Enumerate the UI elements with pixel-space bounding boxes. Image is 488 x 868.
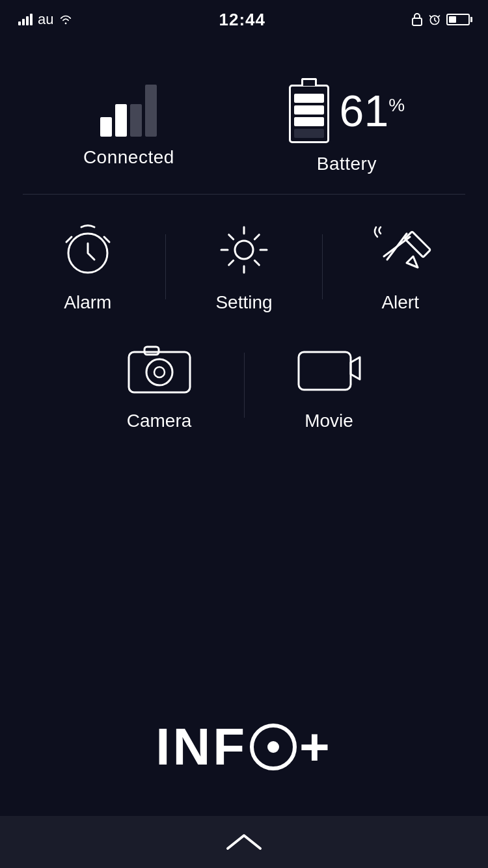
svg-rect-5 xyxy=(129,352,190,392)
lock-icon xyxy=(411,12,423,27)
battery-percent-display: 61 % xyxy=(340,88,405,133)
menu-item-alert[interactable]: Alert xyxy=(355,221,446,313)
movie-label: Movie xyxy=(305,411,353,431)
brand-text-after: + xyxy=(299,717,332,777)
home-indicator xyxy=(0,816,488,868)
carrier-label: au xyxy=(38,11,53,28)
signal-bars-icon xyxy=(18,14,33,25)
status-widgets: Connected 61 xyxy=(0,78,488,174)
wifi-icon xyxy=(59,14,73,25)
menu-item-alarm[interactable]: Alarm xyxy=(42,221,133,313)
connected-widget: Connected xyxy=(83,85,174,168)
battery-display: 61 % xyxy=(289,78,405,143)
status-bar: au 12:44 xyxy=(0,0,488,39)
menu-row-1: Alarm Setting xyxy=(26,221,462,313)
status-right xyxy=(411,12,470,27)
status-left: au xyxy=(18,11,73,28)
menu-row-2: Camera Movie xyxy=(26,339,462,431)
alert-icon xyxy=(371,221,429,279)
battery-percent-symbol: % xyxy=(388,95,405,116)
battery-big-icon xyxy=(289,85,329,143)
svg-rect-0 xyxy=(413,18,422,25)
signal-big-icon xyxy=(100,85,157,137)
alert-label: Alert xyxy=(381,292,419,313)
divider-horizontal xyxy=(23,194,465,195)
brand-circle-o xyxy=(250,724,297,770)
connected-label: Connected xyxy=(83,147,174,168)
alarm-icon xyxy=(59,221,117,279)
battery-percent-value: 61 xyxy=(340,88,389,133)
camera-label: Camera xyxy=(127,411,192,431)
main-content: Connected 61 xyxy=(0,39,488,816)
divider-v-3 xyxy=(244,353,245,418)
alarm-clock-status-icon xyxy=(428,13,441,26)
menu-section: Alarm Setting xyxy=(0,221,488,457)
divider-v-1 xyxy=(165,234,166,299)
menu-item-camera[interactable]: Camera xyxy=(114,339,205,431)
brand-logo: INF + xyxy=(156,717,332,777)
svg-point-3 xyxy=(235,241,253,259)
battery-widget: 61 % Battery xyxy=(289,78,405,174)
divider-v-2 xyxy=(322,234,323,299)
svg-rect-4 xyxy=(405,232,431,258)
svg-point-7 xyxy=(154,367,165,377)
menu-item-movie[interactable]: Movie xyxy=(284,339,375,431)
camera-icon xyxy=(124,339,195,398)
connected-icon xyxy=(100,85,157,137)
battery-status-icon xyxy=(446,14,470,25)
brand-circle-dot xyxy=(267,741,279,753)
brand-text-before: INF xyxy=(156,717,247,777)
menu-item-setting[interactable]: Setting xyxy=(198,221,290,313)
setting-icon xyxy=(215,221,273,279)
branding: INF + xyxy=(156,457,332,816)
alarm-label: Alarm xyxy=(64,292,111,313)
battery-label: Battery xyxy=(317,154,377,174)
status-time: 12:44 xyxy=(219,10,265,30)
movie-icon xyxy=(293,339,365,398)
svg-rect-9 xyxy=(299,352,351,390)
home-bar-chevron xyxy=(218,829,270,855)
svg-point-6 xyxy=(146,359,172,385)
setting-label: Setting xyxy=(215,292,272,313)
svg-rect-8 xyxy=(144,347,159,355)
